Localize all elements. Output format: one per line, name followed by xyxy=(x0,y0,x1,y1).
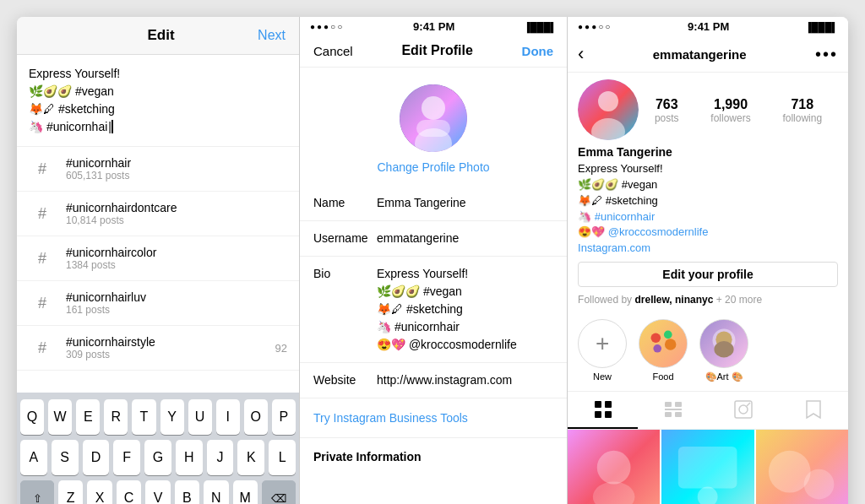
cancel-button[interactable]: Cancel xyxy=(313,44,353,58)
bio-text-area[interactable]: Express Yourself! 🌿🥑🥑 #vegan 🦊🖊 #sketchi… xyxy=(17,55,299,147)
svg-point-15 xyxy=(714,341,733,357)
key-v[interactable]: V xyxy=(145,480,170,504)
key-o[interactable]: O xyxy=(244,399,268,435)
website-value[interactable]: http://www.instagram.com xyxy=(377,371,553,389)
edit-profile-button[interactable]: Edit your profile xyxy=(578,262,838,287)
keyboard-row-1: Q W E R T Y U I O P xyxy=(20,399,296,435)
svg-point-8 xyxy=(651,333,661,344)
screen-edit: Edit Next Express Yourself! 🌿🥑🥑 #vegan 🦊… xyxy=(17,17,300,504)
hashtag-count: 10,814 posts xyxy=(66,214,287,226)
hashtag-name: #unicornhaircolor xyxy=(66,246,287,259)
key-i[interactable]: I xyxy=(216,399,240,435)
svg-rect-17 xyxy=(605,401,612,408)
hashtag-name: #unicornhairstyle xyxy=(66,335,275,349)
key-e[interactable]: E xyxy=(76,399,100,435)
list-item[interactable]: # #unicornhairluv 161 posts xyxy=(17,281,299,326)
key-l[interactable]: L xyxy=(269,440,296,475)
key-q[interactable]: Q xyxy=(20,399,44,435)
avatar-image-3 xyxy=(578,79,639,140)
svg-point-7 xyxy=(639,320,687,367)
username-value[interactable]: emmatangerine xyxy=(377,230,553,247)
followed-by: Followed by drellew, ninanyc + 20 more xyxy=(568,294,848,312)
bio-text-3: Express Yourself! 🌿🥑🥑 #vegan 🦊🖊 #sketchi… xyxy=(578,161,838,257)
key-r[interactable]: R xyxy=(104,399,128,435)
hashtag-icon: # xyxy=(29,334,56,361)
highlight-new-label: New xyxy=(593,371,612,382)
svg-rect-23 xyxy=(675,412,682,417)
hashtag-count: 309 posts xyxy=(66,349,275,360)
key-t[interactable]: T xyxy=(132,399,155,435)
list-item[interactable]: # #unicornhairdontcare 10,814 posts xyxy=(17,192,299,236)
avatar-image xyxy=(400,84,467,152)
bio-value[interactable]: Express Yourself! 🌿🥑🥑 #vegan 🦊🖊 #sketchi… xyxy=(377,265,553,354)
field-username: Username emmatangerine xyxy=(300,221,567,257)
key-s[interactable]: S xyxy=(52,440,79,475)
svg-point-11 xyxy=(653,344,661,353)
highlight-food[interactable]: Food xyxy=(639,319,688,382)
key-w[interactable]: W xyxy=(48,399,72,435)
key-p[interactable]: P xyxy=(272,399,296,435)
change-photo-button[interactable]: Change Profile Photo xyxy=(377,160,489,174)
stat-followers[interactable]: 1,990 followers xyxy=(710,97,750,124)
key-a[interactable]: A xyxy=(20,440,47,475)
tab-tagged[interactable] xyxy=(708,392,778,429)
profile-photo-section: Change Profile Photo xyxy=(300,68,567,186)
grid-photo-1[interactable] xyxy=(568,430,660,504)
tab-list[interactable] xyxy=(638,392,708,429)
hashtag-count: 605,131 posts xyxy=(66,170,287,182)
svg-point-26 xyxy=(739,405,748,414)
key-k[interactable]: K xyxy=(237,440,264,475)
key-n[interactable]: N xyxy=(204,480,228,504)
tab-saved[interactable] xyxy=(778,392,848,429)
list-item[interactable]: # #unicornhairstyle 309 posts 92 xyxy=(17,326,299,371)
list-item[interactable]: # #unicornhair 605,131 posts xyxy=(17,147,299,192)
art-story-circle[interactable] xyxy=(699,319,748,368)
svg-point-9 xyxy=(664,331,672,339)
website-label: Website xyxy=(313,371,377,387)
key-j[interactable]: J xyxy=(207,440,234,475)
key-x[interactable]: X xyxy=(87,480,112,504)
keyboard: Q W E R T Y U I O P A S D F G H J K L xyxy=(17,393,299,504)
food-image xyxy=(639,319,687,368)
key-f[interactable]: F xyxy=(113,440,140,475)
key-y[interactable]: Y xyxy=(160,399,184,435)
key-g[interactable]: G xyxy=(144,440,171,475)
hashtag-count: 161 posts xyxy=(66,304,287,316)
highlight-new[interactable]: + New xyxy=(578,319,627,382)
done-button[interactable]: Done xyxy=(522,44,554,58)
grid-photo-1-image xyxy=(568,430,660,504)
grid-photo-3[interactable] xyxy=(756,430,848,504)
back-button[interactable]: ‹ xyxy=(578,43,584,65)
hashtag-name: #unicornhair xyxy=(66,156,287,170)
stat-following[interactable]: 718 following xyxy=(782,97,822,124)
new-story-circle[interactable]: + xyxy=(578,319,627,368)
more-options-button[interactable]: ••• xyxy=(815,45,838,64)
edit-title: Edit xyxy=(64,27,258,44)
key-c[interactable]: C xyxy=(117,480,141,504)
hashtag-icon: # xyxy=(29,200,56,227)
business-tools-link[interactable]: Try Instagram Business Tools xyxy=(300,398,567,438)
list-item[interactable]: # #unicornhaircolor 1384 posts xyxy=(17,236,299,281)
hashtag-info: #unicornhairdontcare 10,814 posts xyxy=(66,201,287,226)
svg-point-5 xyxy=(598,91,618,111)
food-story-circle[interactable] xyxy=(639,319,688,368)
key-h[interactable]: H xyxy=(176,440,203,475)
shift-key[interactable]: ⇧ xyxy=(20,480,54,504)
field-website: Website http://www.instagram.com xyxy=(300,363,567,398)
key-b[interactable]: B xyxy=(175,480,199,504)
key-m[interactable]: M xyxy=(233,480,258,504)
business-tools-text: Try Instagram Business Tools xyxy=(313,411,468,425)
next-button[interactable]: Next xyxy=(258,28,286,43)
svg-rect-19 xyxy=(605,411,612,418)
svg-rect-20 xyxy=(665,402,672,407)
name-value[interactable]: Emma Tangerine xyxy=(377,194,553,212)
delete-key[interactable]: ⌫ xyxy=(262,480,296,504)
highlight-art[interactable]: 🎨Art 🎨 xyxy=(699,319,748,382)
key-z[interactable]: Z xyxy=(58,480,83,504)
key-u[interactable]: U xyxy=(188,399,212,435)
key-d[interactable]: D xyxy=(83,440,110,475)
tab-grid[interactable] xyxy=(568,392,638,429)
edit-profile-header: Cancel Edit Profile Done xyxy=(300,36,567,68)
grid-photo-2[interactable] xyxy=(661,430,753,504)
profile-tabs xyxy=(568,391,848,430)
